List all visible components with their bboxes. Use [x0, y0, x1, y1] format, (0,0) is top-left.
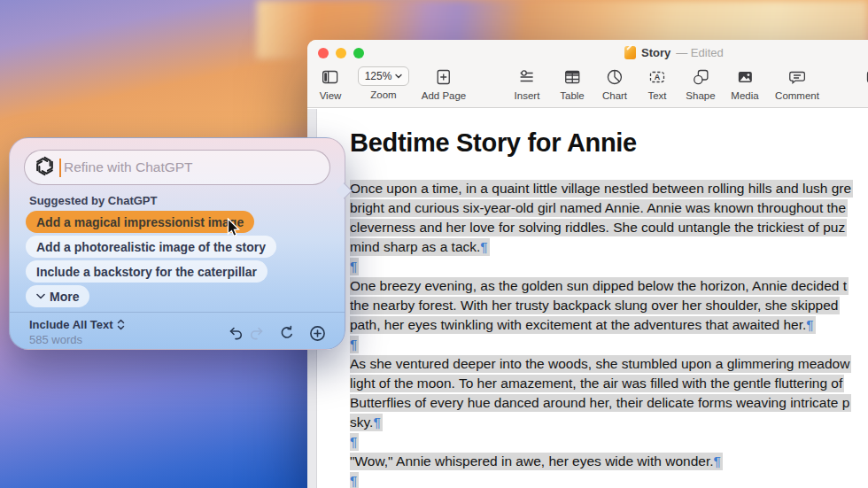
toolbar-media-button[interactable]: Media — [731, 66, 758, 101]
suggestion-backstory[interactable]: Include a backstory for the caterpillar — [26, 260, 267, 283]
document-line: the nearby forest. With her trusty backp… — [350, 296, 868, 315]
close-window-button[interactable] — [318, 48, 329, 58]
document-line: ¶ — [350, 471, 868, 488]
toolbar-view-button[interactable]: View — [320, 66, 342, 101]
document-line: bright and curious six-year-old girl nam… — [350, 198, 868, 218]
traffic-lights — [318, 48, 364, 58]
chevron-down-icon — [36, 293, 45, 299]
input-placeholder: Refine with ChatGPT — [64, 159, 193, 175]
redo-icon — [249, 325, 265, 341]
toolbar-table-button[interactable]: Table — [560, 66, 585, 101]
plus-circle-icon — [309, 325, 326, 342]
toolbar-partial-button[interactable] — [864, 66, 868, 87]
document-line: light of the moon. To her amazement, the… — [350, 374, 868, 393]
document-heading: Bedtime Story for Annie — [350, 128, 868, 158]
document-line: Butterflies of every hue danced around h… — [350, 393, 868, 413]
view-sidebar-icon — [320, 66, 342, 87]
chatgpt-prompt-input[interactable]: Refine with ChatGPT — [24, 150, 330, 185]
pages-window: Story — Edited View 125% Zoom Add Page — [307, 40, 868, 488]
chatgpt-logo-icon — [34, 155, 56, 181]
footer-divider — [10, 312, 345, 313]
add-button[interactable] — [308, 324, 326, 342]
toolbar-add-page-button[interactable]: Add Page — [422, 66, 467, 101]
zoom-window-button[interactable] — [353, 48, 364, 58]
document-line: ¶ — [350, 257, 868, 276]
toolbar-zoom-control[interactable]: 125% Zoom — [358, 66, 409, 100]
word-count-label: 585 words — [29, 333, 82, 346]
chatgpt-refine-panel: Refine with ChatGPT Suggested by ChatGPT… — [9, 137, 345, 350]
retry-button[interactable] — [278, 324, 296, 342]
table-icon — [560, 66, 585, 87]
document-line: "Wow," Annie whispered in awe, her eyes … — [350, 452, 868, 471]
document-body: Once upon a time, in a quaint little vil… — [350, 179, 868, 488]
chevron-down-icon — [395, 74, 402, 79]
toolbar-chart-button[interactable]: Chart — [602, 66, 627, 101]
document-line: sky.¶ — [350, 413, 868, 432]
suggestion-magical-impressionist[interactable]: Add a magical impressionist image — [26, 211, 254, 233]
mouse-cursor — [227, 218, 242, 243]
minimize-window-button[interactable] — [336, 48, 346, 58]
undo-icon — [228, 325, 244, 341]
retry-icon — [279, 325, 295, 341]
toolbar-text-button[interactable]: A Text — [647, 66, 667, 101]
add-page-icon — [422, 66, 467, 87]
window-titlebar: Story — Edited — [624, 46, 724, 59]
toolbar-shape-button[interactable]: Shape — [686, 66, 715, 101]
redo-button[interactable] — [248, 324, 266, 342]
text-box-icon: A — [647, 66, 667, 87]
include-text-scope-selector[interactable]: Include All Text — [29, 318, 125, 331]
undo-button[interactable] — [227, 324, 244, 342]
window-chrome: Story — Edited View 125% Zoom Add Page — [307, 40, 868, 108]
document-line: cleverness and her love for solving ridd… — [350, 218, 868, 237]
insert-icon — [515, 66, 540, 87]
document-line: mind sharp as a tack.¶ — [350, 237, 868, 257]
partial-icon — [864, 66, 868, 87]
more-suggestions-button[interactable]: More — [26, 285, 89, 307]
text-caret — [59, 159, 61, 177]
document-line: One breezy evening, as the golden sun di… — [350, 276, 868, 296]
pages-document-icon — [624, 46, 636, 59]
document-line: ¶ — [350, 432, 868, 452]
comment-bubble-icon — [775, 66, 819, 87]
window-edited-status: — Edited — [676, 46, 723, 59]
shape-icon — [686, 66, 715, 87]
up-down-chevron-icon — [117, 319, 125, 330]
suggested-by-label: Suggested by ChatGPT — [29, 194, 157, 207]
zoom-dropdown[interactable]: 125% — [358, 66, 409, 86]
document-line: As she ventured deeper into the woods, s… — [350, 354, 868, 374]
document-area[interactable]: Bedtime Story for Annie Once upon a time… — [307, 109, 868, 488]
document-line: ¶ — [350, 335, 868, 354]
toolbar-insert-button[interactable]: Insert — [515, 66, 540, 101]
chart-pie-icon — [602, 66, 627, 87]
media-photo-icon — [731, 66, 758, 87]
document-content: Bedtime Story for Annie Once upon a time… — [350, 109, 868, 488]
window-title: Story — [641, 46, 670, 59]
document-line: Once upon a time, in a quaint little vil… — [350, 179, 868, 198]
toolbar-comment-button[interactable]: Comment — [775, 66, 819, 101]
document-line: path, her eyes twinkling with excitement… — [350, 315, 868, 335]
svg-text:A: A — [655, 73, 661, 81]
